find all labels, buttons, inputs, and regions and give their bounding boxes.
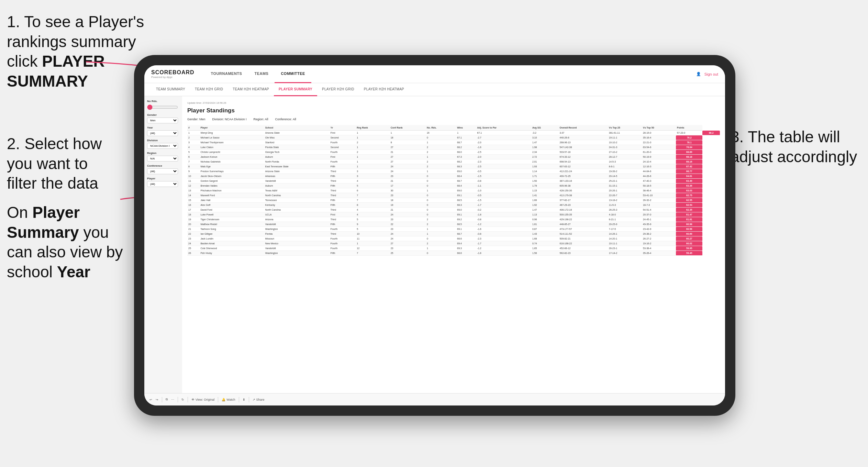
nav-committee[interactable]: COMMITTEE	[275, 65, 311, 83]
refresh-btn[interactable]: ↻	[181, 398, 184, 401]
cell-14-1: Jake Hall	[199, 198, 264, 203]
sign-out[interactable]: Sign out	[704, 72, 718, 76]
sub-nav-team-h2h-grid[interactable]: TEAM H2H GRID	[190, 83, 228, 96]
division-select[interactable]: NCAA Division I NCAA Division II NCAA Di…	[147, 143, 178, 149]
player-select[interactable]: (All)	[147, 181, 178, 187]
cell-9-0: 10	[187, 174, 199, 179]
table-row: 6Jackson KoivunAuburnFirst127167.3-2.02.…	[187, 155, 720, 159]
cell-21-7: 68.7	[456, 232, 476, 236]
watch-btn[interactable]: 🔔 Watch	[222, 398, 235, 401]
cell-9-6: 0	[426, 174, 456, 179]
col-vs-top25: Vs Top 25	[608, 125, 642, 131]
sub-nav-team-summary[interactable]: TEAM SUMMARY	[151, 83, 190, 96]
table-row: 26Petr HrubyWashingtonFifth725068.6-1.81…	[187, 251, 720, 256]
cell-25-10: 562-82-23	[559, 251, 608, 256]
cell-11-4: 5	[356, 184, 389, 188]
cell-6-1: Nicholas Gabrielck	[199, 159, 264, 164]
redo-btn[interactable]: ↪	[156, 398, 158, 401]
cell-24-7: 69.3	[456, 246, 476, 251]
share-btn[interactable]: ↗ Share	[253, 398, 265, 401]
cell-10-2: Vanderbilt	[264, 179, 330, 184]
logo-text: SCOREBOARD	[151, 69, 194, 76]
col-no-rds: No. Rds.	[426, 125, 456, 131]
panel-title: Player Standings	[187, 107, 720, 114]
cell-10-0: 11	[187, 179, 199, 184]
cell-17-10: 500-155-35	[559, 212, 608, 217]
cell-14-12: 26-32-2	[642, 198, 676, 203]
cell-16-12: 54-51-4	[642, 208, 676, 212]
cell-2-3: Fourth	[330, 140, 356, 145]
cell-20-4: 5	[356, 227, 389, 232]
cell-16-4: 4	[356, 208, 389, 212]
view-btn[interactable]: 👁 View: Original	[191, 398, 214, 401]
cell-1-12: 35-16-4	[642, 135, 676, 140]
no-rds-slider[interactable]	[147, 104, 178, 111]
cell-18-10: 429-198-22	[559, 217, 608, 222]
cell-15-6: 0	[426, 203, 456, 208]
cell-17-4: 4	[356, 212, 389, 217]
cell-21-4: 10	[356, 232, 389, 236]
year-select[interactable]: (All) First Second Third Fourth Fifth	[147, 130, 178, 136]
cell-19-10: 448-85-27	[559, 222, 608, 227]
cell-6-9: 2.01	[531, 159, 559, 164]
cell-19-11: 20-25-9	[608, 222, 642, 227]
year-label: Year	[147, 126, 179, 129]
col-wins: Wins	[456, 125, 476, 131]
conference-select[interactable]: (All)	[147, 168, 178, 174]
divider-4	[218, 397, 218, 402]
cell-4-10: 533-57-16	[559, 150, 608, 155]
cell-19-3: Fifth	[330, 222, 356, 227]
table-row: 10Jacob Skov-OlesenArkansasFifth323068.4…	[187, 174, 720, 179]
cell-6-8: -2.3	[476, 159, 531, 164]
cell-24-1: Cole Sherwood	[199, 246, 264, 251]
gender-select[interactable]: Men Women	[147, 118, 178, 123]
table-row: 20Matthew RiedelVanderbiltFifth922268.5-…	[187, 222, 720, 227]
copy-btn[interactable]: ⧉	[166, 398, 168, 401]
player-standings-table: # Player School Yr Reg Rank Conf Rank No…	[187, 125, 720, 256]
cell-23-1: Bastien Amat	[199, 241, 264, 246]
cell-25-11: 17-14-2	[608, 251, 642, 256]
cell-3-7: 68.2	[456, 145, 476, 150]
share-icon: ↗	[253, 398, 255, 401]
download-btn[interactable]: ⬇	[243, 398, 245, 401]
cell-18-5: 23	[390, 217, 426, 222]
cell-20-2: Washington	[264, 227, 330, 232]
cell-25-6: 0	[426, 251, 456, 256]
cell-18-2: Arizona	[264, 217, 330, 222]
table-row: 14Maxwell FordNorth CarolinaThird723069.…	[187, 193, 720, 198]
cell-12-10: 428-150-30	[559, 188, 608, 193]
table-row: 12Brendan ValdesAuburnFifth517068.4-1.11…	[187, 184, 720, 188]
cell-13-12: 53-41-10	[642, 193, 676, 198]
col-rank: #	[187, 125, 199, 131]
cell-17-2: UCLA	[264, 212, 330, 217]
cell-4-2: Georgia Tech	[264, 150, 330, 155]
cell-16-2: North Carolina	[264, 208, 330, 212]
sub-nav-player-summary[interactable]: PLAYER SUMMARY	[274, 83, 317, 96]
more-btn[interactable]: ⋯	[171, 398, 174, 401]
cell-2-6: 1	[426, 140, 456, 145]
sub-nav-player-h2h-heatmap[interactable]: PLAYER H2H HEATMAP	[359, 83, 409, 96]
cell-21-0: 22	[187, 232, 199, 236]
nav-tournaments[interactable]: TOURNAMENTS	[205, 65, 248, 83]
cell-2-7: 68.7	[456, 140, 476, 145]
cell-0-12: 28-15-0	[642, 131, 676, 135]
sub-nav-team-h2h-heatmap[interactable]: TEAM H2H HEATMAP	[228, 83, 274, 96]
sub-nav-player-h2h-grid[interactable]: PLAYER H2H GRID	[317, 83, 359, 96]
cell-10-11: 25-22-1	[608, 179, 642, 184]
cell-23-10: 616-168-22	[559, 241, 608, 246]
nav-teams[interactable]: TEAMS	[248, 65, 275, 83]
cell-20-12: 23-42-9	[642, 227, 676, 232]
tablet-screen: SCOREBOARD Powered by dippi TOURNAMENTS …	[144, 65, 725, 405]
cell-25-7: 68.6	[456, 251, 476, 256]
region-select[interactable]: N/A All	[147, 156, 178, 162]
cell-1-7: 67.1	[456, 135, 476, 140]
cell-0-3: First	[330, 131, 356, 135]
col-yr: Yr	[330, 125, 356, 131]
cell-8-3: Third	[330, 169, 356, 174]
filter-gender-display: Gender: Men	[187, 118, 205, 121]
cell-21-12: 29-38-2	[642, 232, 676, 236]
undo-btn[interactable]: ↩	[149, 398, 152, 401]
cell-18-6: 2	[426, 217, 456, 222]
cell-4-12: 61-20-3	[642, 150, 676, 155]
cell-17-5: 24	[390, 212, 426, 217]
